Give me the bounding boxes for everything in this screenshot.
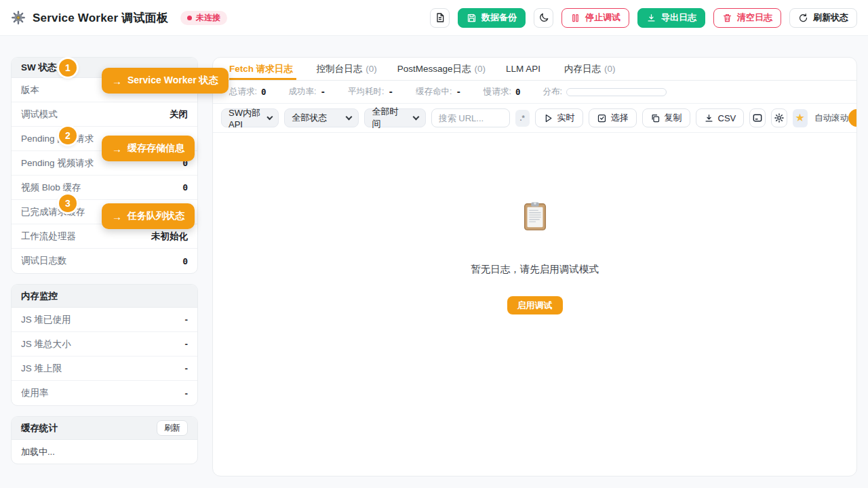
arrow-right-icon: → (112, 211, 122, 222)
chevron-down-icon (346, 113, 353, 120)
console-icon (752, 113, 763, 123)
filter-status-select[interactable]: 全部状态 (284, 108, 359, 127)
cache-card-header: 缓存统计 刷新 (12, 417, 197, 440)
arrow-right-icon: → (112, 143, 122, 155)
tab-memory-logs[interactable]: 内存日志 (0) (564, 58, 616, 80)
select-value: SW内部API (229, 107, 261, 129)
row-value: - (185, 339, 189, 349)
log-tabs: Fetch 请求日志 控制台日志 (0) PostMessage日志 (0) L… (213, 58, 856, 81)
export-csv-button[interactable]: CSV (696, 108, 745, 127)
row-value: - (185, 388, 189, 399)
tab-postmessage-logs[interactable]: PostMessage日志 (0) (397, 58, 486, 80)
tab-label: Fetch 请求日志 (229, 63, 293, 75)
csv-label: CSV (718, 113, 736, 123)
stat-label: 慢请求: (484, 86, 511, 98)
tour-step-number: 3 (65, 198, 71, 209)
memory-monitor-card: 内存监控 JS 堆已使用 - JS 堆总大小 - JS 堆上限 - 使用率 - (11, 284, 198, 406)
tab-label: LLM API (506, 64, 540, 74)
stat-distribution: 分布: (543, 86, 667, 98)
refresh-status-label: 刷新状态 (813, 12, 848, 24)
tab-count: (0) (366, 64, 377, 74)
checkbox-icon (597, 113, 607, 123)
download-icon (704, 113, 714, 123)
status-row-video-blob: 视频 Blob 缓存 0 (12, 176, 197, 200)
arrow-right-icon: → (112, 75, 122, 87)
stat-label: 平均耗时: (348, 86, 384, 98)
select-mode-label: 选择 (611, 112, 629, 124)
memory-card-title: 内存监控 (21, 290, 58, 302)
search-url-input[interactable] (431, 108, 510, 127)
row-value: - (185, 314, 189, 325)
trash-icon (722, 13, 732, 23)
autoscroll-label: 自动滚动 (814, 113, 848, 124)
memory-row-heap-used: JS 堆已使用 - (12, 308, 197, 332)
select-mode-button[interactable]: 选择 (589, 108, 637, 127)
enable-debug-button[interactable]: 启用调试 (507, 296, 563, 314)
filter-api-type-select[interactable]: SW内部API (221, 108, 279, 127)
clipboard-icon (519, 201, 551, 232)
tab-label: 内存日志 (564, 63, 601, 75)
row-value: 0 (182, 182, 188, 192)
refresh-status-button[interactable]: 刷新状态 (789, 8, 857, 28)
tab-label: PostMessage日志 (397, 63, 471, 75)
topbar-actions: 数据备份 停止调试 导出日志 清空日志 (430, 8, 857, 28)
theme-toggle-button[interactable] (534, 8, 553, 28)
cache-refresh-button[interactable]: 刷新 (157, 420, 188, 436)
tour-step-number: 2 (65, 130, 71, 141)
clear-logs-button[interactable]: 清空日志 (713, 8, 781, 28)
clear-logs-label: 清空日志 (737, 12, 772, 24)
tab-console-logs[interactable]: 控制台日志 (0) (317, 58, 377, 80)
tour-tip-cache-storage[interactable]: → 缓存存储信息 (102, 136, 195, 161)
cache-card-title: 缓存统计 (21, 422, 58, 434)
tab-label: 控制台日志 (317, 63, 363, 75)
log-list-empty-area: 暂无日志，请先启用调试模式 启用调试 (213, 133, 856, 476)
stat-total-requests: 总请求: 0 (229, 86, 267, 98)
docs-button[interactable] (430, 8, 450, 28)
log-toolbar: SW内部API 全部状态 全部时间 .* 实时 选择 (213, 104, 856, 133)
row-value: 关闭 (170, 108, 188, 121)
regex-toggle-button[interactable]: .* (515, 110, 530, 127)
filter-time-select[interactable]: 全部时间 (364, 108, 425, 127)
tab-llm-api[interactable]: LLM API (506, 58, 544, 80)
tour-step-2-badge: 2 (59, 127, 77, 144)
document-icon (435, 12, 446, 23)
tour-step-4-badge-clipped (848, 109, 857, 127)
favorite-star-button[interactable]: ★ (793, 109, 808, 127)
stat-label: 缓存命中: (416, 86, 452, 98)
stat-cache-hit: 缓存命中: - (416, 86, 461, 98)
stat-slow-requests: 慢请求: 0 (484, 86, 521, 98)
tour-tip-task-queue[interactable]: → 任务队列状态 (102, 203, 195, 229)
row-value: 0 (182, 256, 188, 266)
row-label: 视频 Blob 缓存 (21, 182, 81, 194)
realtime-button[interactable]: 实时 (535, 108, 583, 127)
download-icon (646, 13, 656, 23)
cache-stats-card: 缓存统计 刷新 加载中... (11, 416, 198, 464)
row-label: Pending 图片请求 (21, 133, 94, 145)
stop-debug-label: 停止调试 (585, 12, 620, 24)
row-value: 未初始化 (151, 230, 188, 243)
tab-count: (0) (475, 64, 486, 74)
moon-icon (538, 12, 549, 23)
stat-avg-duration: 平均耗时: - (348, 86, 393, 98)
export-logs-button[interactable]: 导出日志 (637, 8, 705, 28)
copy-icon (650, 113, 660, 123)
tab-fetch-logs[interactable]: Fetch 请求日志 (229, 58, 296, 80)
row-label: 使用率 (21, 387, 49, 399)
sidebar: SW 状态信息 版本 调试模式 关闭 Pending 图片请求 Pending … (11, 57, 198, 474)
memory-row-heap-total: JS 堆总大小 - (12, 332, 197, 357)
play-icon (543, 113, 553, 123)
copy-button[interactable]: 复制 (642, 108, 690, 127)
settings-button[interactable] (771, 108, 787, 127)
distribution-bar (566, 88, 667, 96)
tab-count: (0) (604, 64, 616, 74)
stop-debug-button[interactable]: 停止调试 (561, 8, 629, 28)
console-panel-button[interactable] (749, 108, 766, 127)
status-row-debug-log-count: 调试日志数 0 (12, 249, 197, 273)
data-backup-button[interactable]: 数据备份 (458, 8, 526, 28)
tour-tip-sw-status[interactable]: → Service Worker 状态 (102, 68, 229, 94)
tour-step-3-badge: 3 (59, 195, 77, 212)
cache-loading-text: 加载中... (12, 440, 197, 464)
stat-label: 成功率: (289, 86, 317, 98)
memory-row-usage-rate: 使用率 - (12, 381, 197, 405)
stat-value: 0 (261, 87, 267, 97)
